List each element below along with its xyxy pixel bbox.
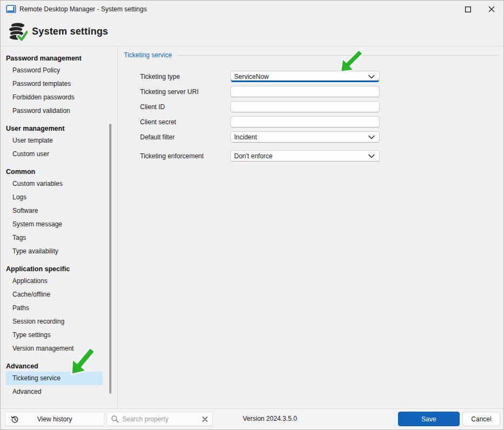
settings-sidebar: Password management Password Policy Pass… (1, 46, 118, 409)
sidebar-header-common: Common (1, 166, 117, 177)
sidebar-header-user-management: User management (1, 123, 117, 134)
sidebar-item-version-management[interactable]: Version management (6, 342, 103, 355)
client-secret-input[interactable] (230, 116, 380, 127)
search-property-box (107, 412, 213, 426)
search-property-input[interactable] (121, 415, 202, 424)
sidebar-section-common: Common Custom variables Logs Software Sy… (1, 166, 117, 258)
maximize-button[interactable] (456, 1, 480, 18)
client-secret-label: Client secret (140, 118, 230, 126)
sidebar-section-password-management: Password management Password Policy Pass… (1, 53, 117, 118)
default-filter-select[interactable]: Incident (230, 131, 380, 143)
footer-bar: View history Version 2024.3.5.0 Save Can… (1, 408, 503, 429)
maximize-icon (465, 6, 471, 12)
ticketing-server-uri-input[interactable] (230, 86, 380, 97)
sidebar-item-paths[interactable]: Paths (6, 301, 103, 315)
cancel-button[interactable]: Cancel (462, 412, 500, 426)
sidebar-item-ticketing-service[interactable]: Ticketing service (6, 372, 103, 385)
sidebar-header-application-specific: Application specific (1, 264, 117, 274)
field-row-ticketing-server-uri: Ticketing server URI (140, 86, 503, 97)
ticketing-enforcement-select[interactable]: Don't enforce (230, 150, 380, 162)
save-button[interactable]: Save (398, 412, 460, 426)
sidebar-item-type-settings[interactable]: Type settings (6, 328, 103, 342)
field-row-client-secret: Client secret (140, 116, 503, 127)
ticketing-type-select[interactable]: ServiceNow (230, 71, 380, 82)
close-icon (488, 6, 495, 12)
field-row-client-id: Client ID (140, 101, 503, 112)
sidebar-item-software[interactable]: Software (6, 204, 103, 218)
sidebar-item-advanced[interactable]: Advanced (6, 385, 103, 399)
sidebar-item-custom-user[interactable]: Custom user (6, 147, 103, 161)
field-row-default-filter: Default filter Incident (140, 131, 503, 143)
sidebar-item-type-availability[interactable]: Type availability (6, 245, 103, 258)
sidebar-item-logs[interactable]: Logs (6, 191, 103, 204)
field-row-ticketing-type: Ticketing type ServiceNow (140, 71, 503, 82)
ticketing-server-uri-label: Ticketing server URI (140, 88, 230, 96)
save-label: Save (421, 415, 436, 423)
ticketing-form: Ticketing type ServiceNow Ticketing serv… (118, 71, 503, 162)
search-icon (111, 415, 119, 423)
page-title: System settings (32, 18, 108, 45)
view-history-label: View history (37, 415, 72, 423)
default-filter-label: Default filter (140, 133, 230, 141)
chevron-down-icon (368, 154, 375, 158)
page-header: System settings (1, 18, 503, 46)
app-window-icon (6, 5, 16, 14)
default-filter-value: Incident (234, 133, 257, 141)
sidebar-section-application-specific: Application specific Applications Cache/… (1, 264, 117, 355)
sidebar-header-advanced: Advanced (1, 361, 117, 372)
clear-search-button[interactable] (202, 416, 208, 422)
sidebar-item-applications[interactable]: Applications (6, 274, 103, 288)
cancel-label: Cancel (471, 415, 491, 423)
view-history-button[interactable]: View history (5, 412, 104, 426)
sidebar-item-password-policy[interactable]: Password Policy (6, 64, 103, 77)
title-bar: Remote Desktop Manager - System settings (1, 1, 503, 18)
ticketing-type-label: Ticketing type (140, 73, 230, 80)
client-id-label: Client ID (140, 103, 230, 111)
close-button[interactable] (480, 1, 503, 18)
sidebar-item-password-templates[interactable]: Password templates (6, 77, 103, 91)
ticketing-enforcement-value: Don't enforce (234, 152, 273, 160)
ticketing-service-panel: Ticketing service Ticketing type Service… (118, 46, 503, 409)
sidebar-section-advanced: Advanced Ticketing service Advanced (1, 361, 117, 399)
sidebar-item-session-recording[interactable]: Session recording (6, 315, 103, 328)
sidebar-item-forbidden-passwords[interactable]: Forbidden passwords (6, 91, 103, 104)
sidebar-item-system-message[interactable]: System message (6, 218, 103, 231)
chevron-down-icon (368, 135, 375, 139)
chevron-down-icon (368, 75, 375, 79)
sidebar-item-user-template[interactable]: User template (6, 134, 103, 147)
sidebar-section-user-management: User management User template Custom use… (1, 123, 117, 161)
history-icon (11, 415, 19, 424)
system-settings-window: { "window": { "title": "Remote Desktop M… (0, 0, 504, 430)
database-check-icon (7, 22, 28, 42)
ticketing-type-value: ServiceNow (234, 73, 269, 80)
sidebar-item-cache-offline[interactable]: Cache/offline (6, 288, 103, 301)
group-divider (177, 55, 499, 56)
client-id-input[interactable] (230, 101, 380, 112)
field-row-ticketing-enforcement: Ticketing enforcement Don't enforce (140, 150, 503, 162)
clear-icon (202, 416, 208, 422)
version-label: Version 2024.3.5.0 (243, 409, 297, 429)
group-title: Ticketing service (124, 51, 172, 59)
sidebar-header-password-management: Password management (1, 53, 117, 64)
sidebar-item-custom-variables[interactable]: Custom variables (6, 177, 103, 191)
ticketing-enforcement-label: Ticketing enforcement (140, 152, 230, 160)
sidebar-item-tags[interactable]: Tags (6, 231, 103, 245)
group-header: Ticketing service (118, 46, 503, 59)
window-title: Remote Desktop Manager - System settings (19, 1, 147, 18)
sidebar-scrollbar[interactable] (109, 124, 111, 394)
sidebar-item-password-validation[interactable]: Password validation (6, 104, 103, 118)
